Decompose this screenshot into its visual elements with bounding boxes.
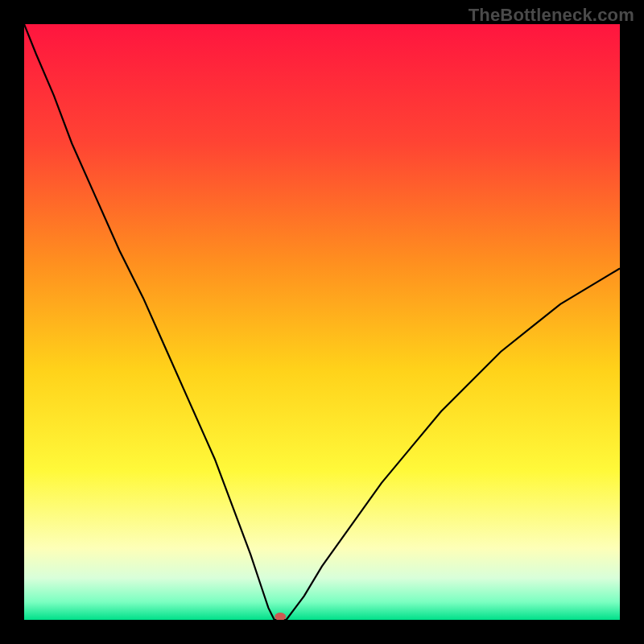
chart-svg [24,24,620,620]
watermark-text: TheBottleneck.com [469,5,634,26]
gradient-rect [24,24,620,620]
plot-area [24,24,620,620]
chart-frame: TheBottleneck.com [0,0,644,644]
